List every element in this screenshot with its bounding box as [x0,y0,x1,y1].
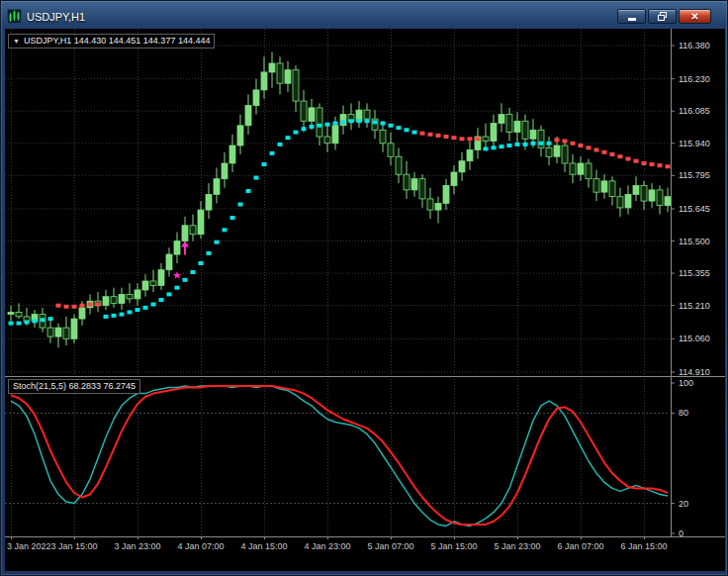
svg-text:115.645: 115.645 [679,204,710,214]
price-chart-canvas[interactable]: 116.380116.230116.085115.940115.795115.6… [5,29,725,571]
axes-layer[interactable]: 116.380116.230116.085115.940115.795115.6… [5,29,725,551]
star-signal-icon [173,271,181,279]
svg-text:4 Jan 23:00: 4 Jan 23:00 [304,541,350,551]
minimize-icon [628,18,636,21]
svg-text:115.210: 115.210 [679,301,710,311]
ohlc-text: USDJPY,H1 144.430 144.451 144.377 144.44… [24,36,211,47]
svg-text:0: 0 [679,528,683,538]
svg-text:114.910: 114.910 [679,367,710,377]
svg-text:116.380: 116.380 [679,41,710,50]
svg-text:115.940: 115.940 [679,139,710,148]
chart-window: USDJPY,H1 ✕ 116.380116.230116.085115.940… [0,0,728,576]
svg-text:6 Jan 15:00: 6 Jan 15:00 [620,541,667,551]
svg-text:100: 100 [679,378,693,388]
titlebar[interactable]: USDJPY,H1 ✕ [5,4,723,29]
close-button[interactable]: ✕ [679,9,711,24]
collapse-arrow-icon[interactable]: ▼ [13,36,20,47]
close-icon: ✕ [690,12,698,22]
svg-text:6 Jan 07:00: 6 Jan 07:00 [557,541,603,551]
svg-text:115.500: 115.500 [679,237,710,246]
stoch-main-line [11,386,668,526]
svg-text:3 Jan 23:00: 3 Jan 23:00 [114,541,160,551]
svg-text:20: 20 [679,499,688,509]
chart-client-area[interactable]: 116.380116.230116.085115.940115.795115.6… [5,29,725,571]
symbol-ohlc-label[interactable]: ▼ USDJPY,H1 144.430 144.451 144.377 144.… [8,34,215,48]
svg-text:3 Jan 2022: 3 Jan 2022 [7,541,51,551]
svg-text:116.085: 116.085 [679,106,710,116]
window-controls: ✕ [617,9,711,24]
svg-text:80: 80 [679,408,688,418]
svg-text:115.355: 115.355 [679,268,710,278]
restore-button[interactable] [648,9,677,24]
grid-layer [5,29,670,536]
svg-text:5 Jan 23:00: 5 Jan 23:00 [494,541,540,551]
svg-text:115.060: 115.060 [679,334,710,343]
svg-text:3 Jan 15:00: 3 Jan 15:00 [50,541,97,551]
svg-text:4 Jan 07:00: 4 Jan 07:00 [177,541,224,551]
svg-text:4 Jan 15:00: 4 Jan 15:00 [240,541,287,551]
svg-text:5 Jan 07:00: 5 Jan 07:00 [367,541,413,551]
svg-text:5 Jan 15:00: 5 Jan 15:00 [430,541,477,551]
svg-text:116.230: 116.230 [679,74,710,84]
svg-text:115.795: 115.795 [679,170,710,180]
window-title: USDJPY,H1 [27,11,617,23]
trend-dots-layer [9,119,671,325]
restore-icon [658,12,667,21]
candlestick-chart-icon [7,9,22,24]
minimize-button[interactable] [617,9,646,24]
stochastic-layer [11,386,668,526]
stoch-indicator-label: Stoch(21,5,5) 68.2833 76.2745 [8,379,140,394]
candles-layer [8,52,671,348]
